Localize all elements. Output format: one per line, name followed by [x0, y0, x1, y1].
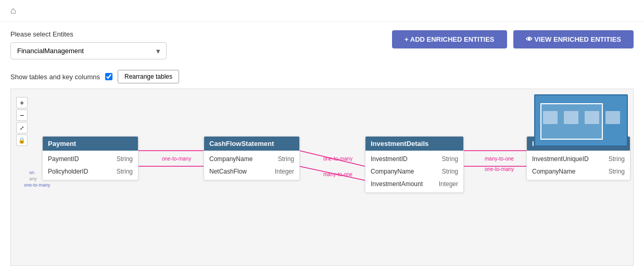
table-row: CompanyName String — [527, 165, 630, 178]
col-type: Integer — [439, 180, 458, 188]
side-label-one-to-many: one-to-many — [24, 182, 50, 188]
col-type: String — [609, 168, 625, 175]
table-investment-details-body: InvestmentID String CompanyName String I… — [365, 151, 463, 192]
fit-button[interactable]: ⤢ — [16, 122, 28, 133]
add-enriched-entities-button[interactable]: + ADD ENRICHED ENTITIES — [392, 30, 507, 48]
select-label: Please select Entites — [10, 30, 167, 38]
minimap-table-3 — [585, 111, 599, 124]
rearrange-tables-button[interactable]: Rearrange tables — [118, 70, 179, 83]
minimap-table-4 — [605, 111, 620, 124]
table-row: NetCashFlow Integer — [204, 165, 299, 178]
right-buttons: + ADD ENRICHED ENTITIES 👁 VIEW ENRICHED … — [392, 30, 634, 48]
col-name: CompanyName — [532, 168, 575, 175]
table-investment-details[interactable]: InvestmentDetails InvestmentID String Co… — [365, 136, 464, 193]
table-row: PaymentID String — [43, 153, 138, 165]
side-label-on: on — [29, 170, 37, 175]
col-type: String — [117, 155, 133, 163]
table-investment-performance-body: InvestmentUniqueID String CompanyName St… — [527, 151, 630, 180]
table-row: InvestmentAmount Integer — [365, 178, 463, 190]
home-icon[interactable]: ⌂ — [10, 5, 16, 16]
rel-label-one-to-many-3: one-to-many — [485, 166, 514, 172]
minimap-table-1 — [543, 111, 558, 124]
rel-label-one-to-many-2: one-to-many — [323, 156, 352, 162]
col-name: PaymentID — [48, 155, 79, 163]
table-payment[interactable]: Payment PaymentID String PolicyholderID … — [42, 136, 138, 180]
col-name: CompanyName — [209, 155, 252, 163]
left-header: Please select Entites FinancialManagemen… — [10, 30, 167, 59]
col-name: InvestmentUniqueID — [532, 155, 589, 163]
minimap-table-2 — [564, 111, 578, 124]
table-row: CompanyName String — [204, 153, 299, 165]
col-type: String — [442, 155, 458, 163]
col-name: NetCashFlow — [209, 168, 247, 175]
svg-line-2 — [299, 151, 365, 166]
table-investment-details-header: InvestmentDetails — [365, 137, 463, 151]
svg-line-3 — [299, 166, 365, 180]
rel-label-many-to-one-2: many-to-one — [485, 156, 514, 162]
zoom-out-button[interactable]: − — [16, 109, 28, 121]
col-name: InvestmentID — [371, 155, 408, 163]
table-cashflow-header: CashFlowStatement — [204, 137, 299, 151]
col-type: String — [278, 155, 294, 163]
table-payment-header: Payment — [43, 137, 138, 151]
show-tables-checkbox[interactable] — [105, 73, 112, 80]
zoom-controls: + − ⤢ 🔒 — [16, 97, 28, 146]
table-row: InvestmentUniqueID String — [527, 153, 630, 165]
options-section: Show tables and key columns Rearrange ta… — [0, 65, 644, 89]
table-row: InvestmentID String — [365, 153, 463, 165]
col-type: String — [442, 168, 458, 175]
entity-select-wrapper: FinancialManagement ▼ — [10, 42, 167, 59]
rel-label-one-to-many-1: one-to-many — [162, 156, 191, 162]
col-type: Integer — [275, 168, 294, 175]
header-section: Please select Entites FinancialManagemen… — [0, 22, 644, 65]
table-row: CompanyName String — [365, 165, 463, 178]
minimap[interactable] — [534, 94, 628, 146]
rel-label-many-to-one-1: many-to-one — [323, 171, 352, 177]
entity-select[interactable]: FinancialManagement — [10, 42, 167, 59]
table-row: PolicyholderID String — [43, 165, 138, 178]
col-type: String — [609, 155, 625, 163]
col-type: String — [117, 168, 133, 175]
canvas-area: + − ⤢ 🔒 on any one-to-many one-to-many o… — [10, 89, 634, 266]
show-tables-label: Show tables and key columns — [10, 73, 100, 81]
zoom-in-button[interactable]: + — [16, 97, 28, 108]
table-cashflow[interactable]: CashFlowStatement CompanyName String Net… — [204, 136, 300, 180]
col-name: InvestmentAmount — [371, 180, 423, 188]
table-payment-body: PaymentID String PolicyholderID String — [43, 151, 138, 180]
lock-button[interactable]: 🔒 — [16, 134, 28, 146]
view-enriched-entities-button[interactable]: 👁 VIEW ENRICHED ENTITIES — [513, 30, 634, 48]
table-cashflow-body: CompanyName String NetCashFlow Integer — [204, 151, 299, 180]
col-name: PolicyholderID — [48, 168, 88, 175]
col-name: CompanyName — [371, 168, 414, 175]
top-bar: ⌂ — [0, 0, 644, 22]
